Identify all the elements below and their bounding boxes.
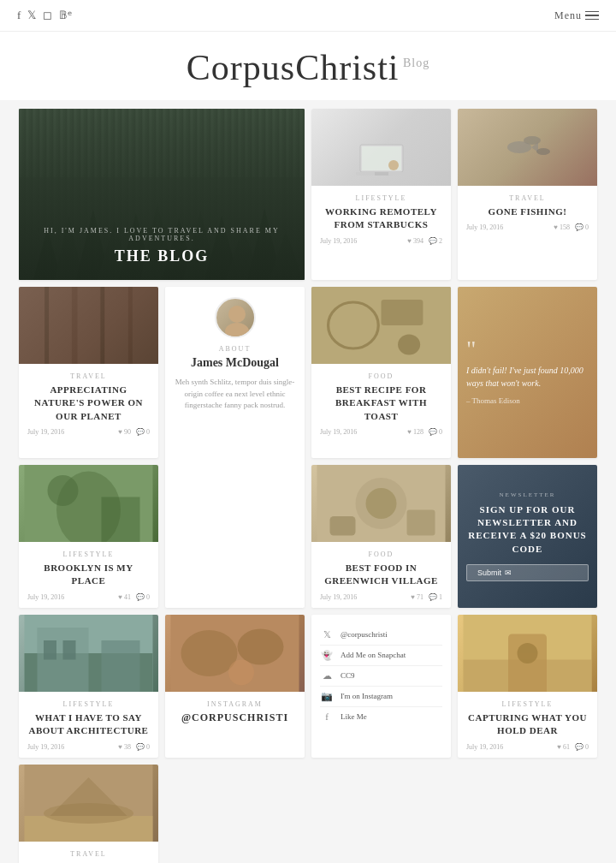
- facebook-icon[interactable]: f: [17, 9, 21, 22]
- newsletter-submit-label: Submit: [477, 568, 501, 577]
- card-comments: 💬 0: [575, 223, 589, 231]
- card-date: July 19, 2016: [27, 743, 64, 751]
- about-description: Meh synth Schlitz, tempor duis single-or…: [174, 377, 296, 412]
- card-date: July 19, 2016: [27, 593, 64, 601]
- card-image: [19, 287, 158, 364]
- svg-point-35: [48, 475, 79, 506]
- card-likes: ♥ 394: [407, 237, 424, 245]
- soundcloud-link[interactable]: ☁ CC9: [320, 666, 442, 687]
- quote-author: – Thomas Edison: [466, 396, 589, 405]
- card-title: WORKING REMOTELY FROM STARBUCKS: [320, 205, 442, 232]
- card-date: July 19, 2016: [27, 428, 64, 436]
- card-image: [311, 109, 451, 186]
- post-grid: HI, I'M JAMES. I LOVE TO TRAVEL AND SHAR…: [19, 109, 597, 863]
- svg-point-39: [366, 488, 397, 519]
- top-bar: f 𝕏 ◻ 𝔹ᵉ Menu: [0, 0, 616, 32]
- card-recipe[interactable]: FOOD BEST RECIPE FOR BREAKFAST WITH TOAS…: [311, 287, 451, 458]
- card-comments: 💬 0: [575, 743, 589, 751]
- card-nature[interactable]: TRAVEL APPRECIATING NATURE'S POWER ON OU…: [19, 287, 158, 458]
- card-category: FOOD: [320, 372, 442, 380]
- card-category: TRAVEL: [27, 850, 150, 858]
- card-date: July 19, 2016: [466, 743, 503, 751]
- quote-card: " I didn't fail! I've just found 10,000 …: [458, 287, 597, 458]
- card-likes: ♥ 38: [118, 743, 131, 751]
- twitter-link[interactable]: 𝕏 @corpuschristi: [320, 625, 442, 646]
- facebook-link-label: Like Me: [341, 712, 367, 721]
- card-category: LIFESTYLE: [320, 194, 442, 202]
- card-likes: ♥ 158: [554, 223, 570, 231]
- card-title: WHAT I HAVE TO SAY ABOUT ARCHITECTURE: [27, 711, 150, 738]
- card-architecture[interactable]: LIFESTYLE WHAT I HAVE TO SAY ABOUT ARCHI…: [19, 615, 158, 758]
- hero-subtitle: HI, I'M JAMES. I LOVE TO TRAVEL AND SHAR…: [33, 227, 291, 242]
- menu-label: Menu: [554, 9, 582, 22]
- card-meta: July 19, 2016 ♥ 90 💬 0: [27, 428, 150, 436]
- card-title: CAPTURING WHAT YOU HOLD DEAR: [466, 711, 589, 738]
- card-likes: ♥ 71: [411, 593, 424, 601]
- card-likes: ♥ 128: [407, 428, 424, 436]
- svg-rect-16: [375, 172, 388, 176]
- card-likes: ♥ 90: [118, 428, 131, 436]
- card-meta: July 19, 2016 ♥ 38 💬 0: [27, 743, 150, 751]
- card-wrecked-ship[interactable]: TRAVEL WRECKED SHIP July 19, 2016 ♥ 29 💬…: [19, 765, 158, 863]
- about-card: ABOUT James McDougal Meh synth Schlitz, …: [165, 287, 305, 608]
- card-date: July 19, 2016: [320, 593, 357, 601]
- card-food[interactable]: FOOD BEST FOOD IN GREENWICH VILLAGE July…: [311, 465, 451, 608]
- svg-point-17: [388, 160, 399, 170]
- svg-rect-40: [330, 516, 356, 536]
- card-meta: July 19, 2016 ♥ 61 💬 0: [466, 743, 589, 751]
- svg-rect-45: [102, 640, 140, 692]
- card-date: July 19, 2016: [320, 237, 357, 245]
- card-gone-fishing[interactable]: TRAVEL GONE FISHING! July 19, 2016 ♥ 158…: [458, 109, 597, 280]
- newsletter-submit-button[interactable]: Submit ✉: [466, 564, 589, 581]
- card-meta: July 19, 2016 ♥ 71 💬 1: [320, 593, 442, 601]
- card-working-remotely[interactable]: LIFESTYLE WORKING REMOTELY FROM STARBUCK…: [311, 109, 451, 280]
- site-title: CorpusChristi Blog: [0, 47, 616, 88]
- hero-card[interactable]: HI, I'M JAMES. I LOVE TO TRAVEL AND SHAR…: [19, 109, 305, 280]
- behance-icon[interactable]: 𝔹ᵉ: [59, 9, 72, 22]
- card-title: GONE FISHING!: [466, 205, 589, 218]
- card-likes: ♥ 41: [118, 593, 131, 601]
- card-comments: 💬 1: [429, 593, 442, 601]
- svg-rect-29: [311, 287, 451, 364]
- svg-point-50: [238, 628, 284, 664]
- card-title: BEST RECIPE FOR BREAKFAST WITH TOAST: [320, 384, 442, 423]
- card-category: LIFESTYLE: [27, 551, 150, 558]
- newsletter-title: SIGN UP FOR OUR NEWSLETTER AND RECEIVE A…: [466, 503, 589, 556]
- card-category: TRAVEL: [27, 372, 150, 380]
- card-image: [458, 109, 597, 186]
- card-title: APPRECIATING NATURE'S POWER ON OUR PLANE…: [27, 384, 150, 423]
- main-grid-container: HI, I'M JAMES. I LOVE TO TRAVEL AND SHAR…: [9, 100, 607, 863]
- card-meta: July 19, 2016 ♥ 394 💬 2: [320, 237, 442, 245]
- card-comments: 💬 2: [429, 237, 442, 245]
- svg-rect-41: [407, 510, 435, 536]
- card-date: July 19, 2016: [320, 428, 357, 436]
- instagram-icon[interactable]: ◻: [43, 9, 52, 22]
- card-comments: 💬 0: [429, 428, 442, 436]
- newsletter-card: NEWSLETTER SIGN UP FOR OUR NEWSLETTER AN…: [458, 465, 597, 608]
- soundcloud-icon: ☁: [320, 670, 334, 681]
- instagram-label: INSTAGRAM: [174, 700, 296, 708]
- twitter-icon[interactable]: 𝕏: [27, 9, 36, 22]
- svg-point-28: [225, 323, 249, 338]
- svg-point-27: [228, 306, 246, 323]
- twitter-link-label: @corpuschristi: [341, 630, 388, 639]
- quote-marks: ": [466, 340, 589, 359]
- instagram-handle[interactable]: @CORPUSCHRISTI: [174, 711, 296, 724]
- instagram-link[interactable]: 📷 I'm on Instagram: [320, 687, 442, 707]
- instagram-link-label: I'm on Instagram: [341, 692, 393, 700]
- card-category: LIFESTYLE: [466, 700, 589, 708]
- facebook-link[interactable]: f Like Me: [320, 707, 442, 726]
- about-label: ABOUT: [174, 345, 296, 353]
- card-meta: July 19, 2016 ♥ 158 💬 0: [466, 223, 589, 231]
- menu-button[interactable]: Menu: [554, 9, 599, 22]
- svg-point-51: [228, 659, 254, 685]
- card-meta: July 19, 2016 ♥ 128 💬 0: [320, 428, 442, 436]
- author-name: James McDougal: [174, 356, 296, 370]
- svg-point-55: [518, 643, 538, 664]
- facebook-social-icon: f: [320, 711, 334, 722]
- card-capturing[interactable]: LIFESTYLE CAPTURING WHAT YOU HOLD DEAR J…: [458, 615, 597, 758]
- svg-point-21: [536, 148, 550, 155]
- snapchat-link[interactable]: 👻 Add Me on Snapchat: [320, 646, 442, 666]
- card-brooklyn[interactable]: LIFESTYLE BROOKLYN IS MY PLACE July 19, …: [19, 465, 158, 608]
- card-instagram-food[interactable]: INSTAGRAM @CORPUSCHRISTI: [165, 615, 305, 758]
